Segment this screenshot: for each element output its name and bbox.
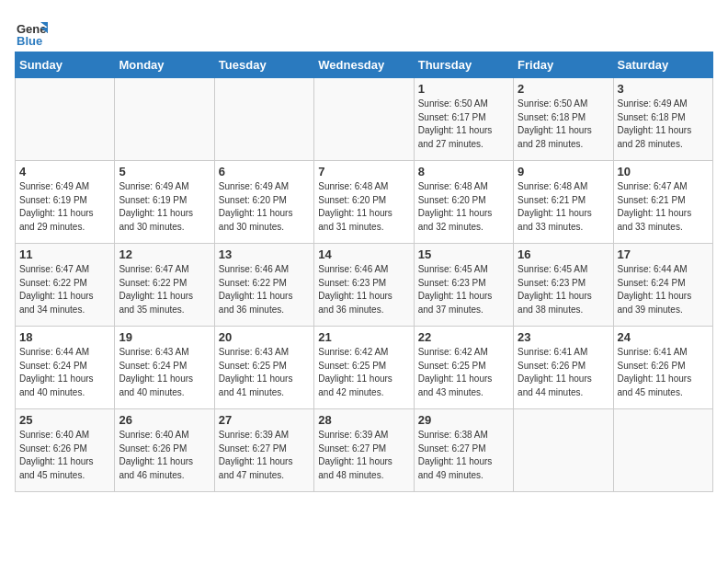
day-number: 13 (219, 247, 310, 261)
day-header: Monday (115, 52, 214, 78)
calendar-cell: 20Sunrise: 6:43 AM Sunset: 6:25 PM Dayli… (214, 327, 313, 409)
day-number: 8 (418, 165, 509, 178)
day-header: Friday (514, 52, 613, 78)
day-header: Saturday (613, 52, 712, 78)
logo: General Blue (15, 15, 51, 48)
day-number: 10 (618, 165, 709, 178)
page-header: General Blue (15, 15, 713, 48)
calendar-week: 1Sunrise: 6:50 AM Sunset: 6:17 PM Daylig… (16, 78, 713, 161)
day-header: Sunday (16, 52, 115, 78)
calendar-cell: 2Sunrise: 6:50 AM Sunset: 6:18 PM Daylig… (514, 78, 613, 161)
calendar-cell: 27Sunrise: 6:39 AM Sunset: 6:27 PM Dayli… (214, 409, 313, 492)
calendar-cell: 10Sunrise: 6:47 AM Sunset: 6:21 PM Dayli… (613, 161, 712, 244)
calendar-cell: 8Sunrise: 6:48 AM Sunset: 6:20 PM Daylig… (414, 161, 513, 244)
calendar-cell (214, 78, 313, 161)
calendar-cell: 14Sunrise: 6:46 AM Sunset: 6:23 PM Dayli… (314, 244, 414, 327)
day-info: Sunrise: 6:43 AM Sunset: 6:25 PM Dayligh… (219, 346, 310, 399)
day-info: Sunrise: 6:45 AM Sunset: 6:23 PM Dayligh… (418, 263, 509, 316)
day-info: Sunrise: 6:39 AM Sunset: 6:27 PM Dayligh… (318, 429, 409, 482)
calendar-cell: 22Sunrise: 6:42 AM Sunset: 6:25 PM Dayli… (414, 327, 513, 409)
day-number: 23 (518, 330, 609, 344)
calendar-cell: 13Sunrise: 6:46 AM Sunset: 6:22 PM Dayli… (214, 244, 313, 327)
day-number: 26 (119, 413, 210, 427)
day-number: 19 (119, 330, 210, 344)
day-number: 12 (119, 247, 210, 261)
day-info: Sunrise: 6:47 AM Sunset: 6:22 PM Dayligh… (19, 263, 110, 316)
calendar-cell: 19Sunrise: 6:43 AM Sunset: 6:24 PM Dayli… (115, 327, 214, 409)
calendar-cell: 12Sunrise: 6:47 AM Sunset: 6:22 PM Dayli… (115, 244, 214, 327)
day-number: 9 (518, 165, 609, 178)
calendar-cell: 3Sunrise: 6:49 AM Sunset: 6:18 PM Daylig… (613, 78, 712, 161)
day-info: Sunrise: 6:38 AM Sunset: 6:27 PM Dayligh… (418, 429, 509, 482)
calendar-week: 4Sunrise: 6:49 AM Sunset: 6:19 PM Daylig… (16, 161, 713, 244)
calendar-cell: 28Sunrise: 6:39 AM Sunset: 6:27 PM Dayli… (314, 409, 414, 492)
calendar-cell: 26Sunrise: 6:40 AM Sunset: 6:26 PM Dayli… (115, 409, 214, 492)
day-number: 2 (518, 82, 609, 96)
day-info: Sunrise: 6:44 AM Sunset: 6:24 PM Dayligh… (19, 346, 110, 399)
calendar-cell: 9Sunrise: 6:48 AM Sunset: 6:21 PM Daylig… (514, 161, 613, 244)
day-info: Sunrise: 6:48 AM Sunset: 6:20 PM Dayligh… (418, 180, 509, 234)
calendar-cell: 16Sunrise: 6:45 AM Sunset: 6:23 PM Dayli… (514, 244, 613, 327)
calendar-cell: 6Sunrise: 6:49 AM Sunset: 6:20 PM Daylig… (214, 161, 313, 244)
header-row: SundayMondayTuesdayWednesdayThursdayFrid… (16, 52, 713, 78)
day-info: Sunrise: 6:48 AM Sunset: 6:20 PM Dayligh… (318, 180, 409, 234)
day-number: 16 (518, 247, 609, 261)
day-number: 15 (418, 247, 509, 261)
day-info: Sunrise: 6:49 AM Sunset: 6:18 PM Dayligh… (618, 98, 709, 151)
calendar-cell: 21Sunrise: 6:42 AM Sunset: 6:25 PM Dayli… (314, 327, 414, 409)
day-info: Sunrise: 6:42 AM Sunset: 6:25 PM Dayligh… (318, 346, 409, 399)
day-number: 7 (318, 165, 409, 178)
calendar-cell: 23Sunrise: 6:41 AM Sunset: 6:26 PM Dayli… (514, 327, 613, 409)
calendar-cell: 1Sunrise: 6:50 AM Sunset: 6:17 PM Daylig… (414, 78, 513, 161)
day-info: Sunrise: 6:43 AM Sunset: 6:24 PM Dayligh… (119, 346, 210, 399)
day-info: Sunrise: 6:46 AM Sunset: 6:23 PM Dayligh… (318, 263, 409, 316)
calendar-cell: 25Sunrise: 6:40 AM Sunset: 6:26 PM Dayli… (16, 409, 115, 492)
svg-text:Blue: Blue (17, 34, 42, 48)
day-info: Sunrise: 6:47 AM Sunset: 6:22 PM Dayligh… (119, 263, 210, 316)
day-number: 17 (618, 247, 709, 261)
calendar-cell: 5Sunrise: 6:49 AM Sunset: 6:19 PM Daylig… (115, 161, 214, 244)
calendar-cell: 29Sunrise: 6:38 AM Sunset: 6:27 PM Dayli… (414, 409, 513, 492)
calendar-cell: 7Sunrise: 6:48 AM Sunset: 6:20 PM Daylig… (314, 161, 414, 244)
day-number: 14 (318, 247, 409, 261)
day-info: Sunrise: 6:49 AM Sunset: 6:19 PM Dayligh… (19, 180, 110, 234)
day-info: Sunrise: 6:47 AM Sunset: 6:21 PM Dayligh… (618, 180, 709, 234)
calendar-cell (514, 409, 613, 492)
calendar-cell: 15Sunrise: 6:45 AM Sunset: 6:23 PM Dayli… (414, 244, 513, 327)
day-number: 20 (219, 330, 310, 344)
logo-icon: General Blue (15, 15, 48, 48)
day-info: Sunrise: 6:41 AM Sunset: 6:26 PM Dayligh… (618, 346, 709, 399)
calendar-cell: 18Sunrise: 6:44 AM Sunset: 6:24 PM Dayli… (16, 327, 115, 409)
calendar-cell: 11Sunrise: 6:47 AM Sunset: 6:22 PM Dayli… (16, 244, 115, 327)
day-info: Sunrise: 6:45 AM Sunset: 6:23 PM Dayligh… (518, 263, 609, 316)
day-info: Sunrise: 6:40 AM Sunset: 6:26 PM Dayligh… (19, 429, 110, 482)
day-info: Sunrise: 6:48 AM Sunset: 6:21 PM Dayligh… (518, 180, 609, 234)
calendar-cell (613, 409, 712, 492)
calendar-cell (115, 78, 214, 161)
calendar-cell (16, 78, 115, 161)
day-info: Sunrise: 6:49 AM Sunset: 6:19 PM Dayligh… (119, 180, 210, 234)
calendar-cell (314, 78, 414, 161)
calendar-week: 18Sunrise: 6:44 AM Sunset: 6:24 PM Dayli… (16, 327, 713, 409)
day-header: Wednesday (314, 52, 414, 78)
calendar-cell: 4Sunrise: 6:49 AM Sunset: 6:19 PM Daylig… (16, 161, 115, 244)
day-info: Sunrise: 6:50 AM Sunset: 6:17 PM Dayligh… (418, 98, 509, 151)
day-number: 28 (318, 413, 409, 427)
day-number: 6 (219, 165, 310, 178)
day-info: Sunrise: 6:44 AM Sunset: 6:24 PM Dayligh… (618, 263, 709, 316)
day-info: Sunrise: 6:46 AM Sunset: 6:22 PM Dayligh… (219, 263, 310, 316)
calendar-cell: 17Sunrise: 6:44 AM Sunset: 6:24 PM Dayli… (613, 244, 712, 327)
day-header: Tuesday (214, 52, 313, 78)
day-number: 3 (618, 82, 709, 96)
day-number: 29 (418, 413, 509, 427)
day-header: Thursday (414, 52, 513, 78)
day-number: 5 (119, 165, 210, 178)
calendar-week: 25Sunrise: 6:40 AM Sunset: 6:26 PM Dayli… (16, 409, 713, 492)
day-number: 4 (19, 165, 110, 178)
calendar-table: SundayMondayTuesdayWednesdayThursdayFrid… (15, 52, 713, 492)
day-number: 21 (318, 330, 409, 344)
day-info: Sunrise: 6:40 AM Sunset: 6:26 PM Dayligh… (119, 429, 210, 482)
day-number: 24 (618, 330, 709, 344)
day-number: 25 (19, 413, 110, 427)
day-info: Sunrise: 6:42 AM Sunset: 6:25 PM Dayligh… (418, 346, 509, 399)
